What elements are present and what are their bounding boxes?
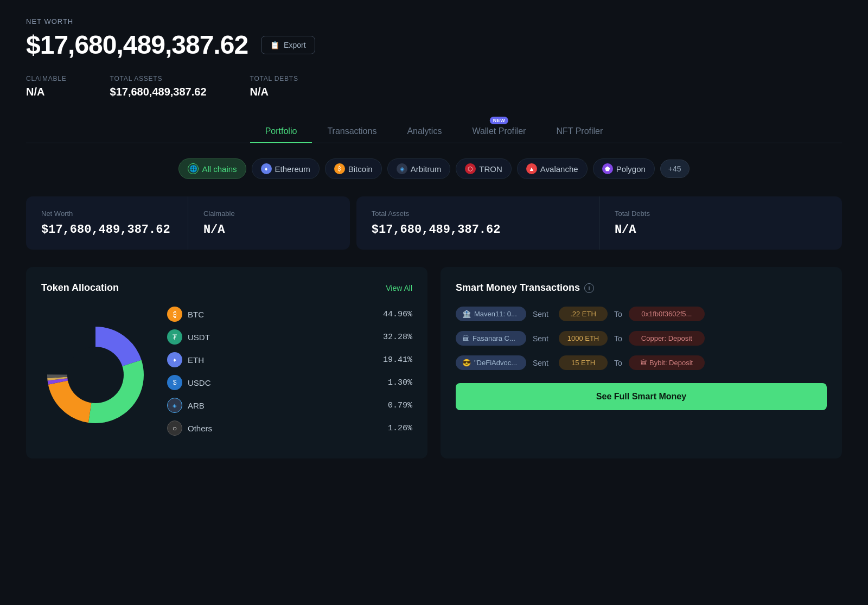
token-item-eth: ♦ ETH 19.41% [167, 352, 412, 367]
token-allocation-section: Token Allocation View All [26, 267, 427, 458]
tabs-nav: Portfolio Transactions Analytics NEW Wal… [26, 120, 842, 143]
net-worth-value: $17,680,489,387.62 [26, 30, 248, 60]
tx-amount-15eth: 15 ETH [559, 355, 608, 370]
new-badge: NEW [490, 117, 509, 124]
stats-row: CLAIMABLE N/A TOTAL ASSETS $17,680,489,3… [26, 75, 842, 98]
ethereum-icon: ♦ [261, 163, 272, 174]
token-allocation-content: ₿ BTC 44.96% ₮ USDT 32.28% ♦ ETH 19.41% [41, 307, 412, 443]
transaction-row-2: 🏛 Fasanara C... Sent 1000 ETH To Copper:… [456, 331, 827, 346]
transaction-row-1: 🏦 Maven11: 0... Sent .22 ETH To 0x1fb0f3… [456, 307, 827, 321]
token-item-btc: ₿ BTC 44.96% [167, 307, 412, 322]
usdc-icon: $ [167, 375, 182, 390]
net-worth-label: NET WORTH [26, 17, 842, 26]
smart-money-section: Smart Money Transactions i 🏦 Maven11: 0.… [441, 267, 842, 458]
tx-dest-address[interactable]: 0x1fb0f3602f5... [629, 307, 705, 321]
fasanara-avatar: 🏛 [462, 334, 469, 342]
token-item-usdc: $ USDC 1.30% [167, 375, 412, 390]
tab-portfolio[interactable]: Portfolio [250, 120, 312, 143]
tabs-section: Portfolio Transactions Analytics NEW Wal… [26, 120, 842, 143]
tx-from-maven11[interactable]: 🏦 Maven11: 0... [456, 307, 526, 321]
token-item-others: ○ Others 1.26% [167, 421, 412, 436]
tx-from-fasanara[interactable]: 🏛 Fasanara C... [456, 331, 526, 346]
smart-money-title: Smart Money Transactions i [456, 282, 827, 294]
chain-filters: 🌐 All chains ♦ Ethereum ₿ Bitcoin ◈ Arbi… [26, 158, 842, 179]
tx-dest-bybit[interactable]: 🏛 Bybit: Deposit [629, 355, 705, 370]
chain-pill-bitcoin[interactable]: ₿ Bitcoin [325, 158, 382, 179]
view-all-link[interactable]: View All [386, 284, 412, 292]
total-debts-stat: TOTAL DEBTS N/A [250, 75, 298, 98]
export-icon: 📋 [270, 41, 279, 49]
main-container: NET WORTH $17,680,489,387.62 📋 Export CL… [0, 0, 868, 476]
all-chains-icon: 🌐 [188, 163, 199, 174]
claimable-stat: CLAIMABLE N/A [26, 75, 67, 98]
defi-avatar: 😎 [462, 359, 471, 367]
summary-claimable: Claimable N/A [188, 196, 350, 250]
tron-icon: ⬡ [465, 163, 476, 174]
chain-pill-tron[interactable]: ⬡ TRON [456, 158, 512, 179]
usdt-icon: ₮ [167, 329, 182, 345]
bitcoin-icon: ₿ [334, 163, 345, 174]
token-list: ₿ BTC 44.96% ₮ USDT 32.28% ♦ ETH 19.41% [167, 307, 412, 443]
transaction-row-3: 😎 "DeFiAdvoc... Sent 15 ETH To 🏛 Bybit: … [456, 355, 827, 370]
tab-wallet-profiler[interactable]: NEW Wallet Profiler [457, 120, 541, 143]
eth-token-icon: ♦ [167, 352, 182, 367]
tab-nft-profiler[interactable]: NFT Profiler [541, 120, 618, 143]
svg-point-6 [67, 347, 124, 403]
arbitrum-icon: ◈ [397, 163, 407, 174]
tx-from-defiadvoc[interactable]: 😎 "DeFiAdvoc... [456, 355, 526, 370]
token-item-usdt: ₮ USDT 32.28% [167, 329, 412, 345]
polygon-icon: ⬟ [602, 163, 613, 174]
chain-pill-ethereum[interactable]: ♦ Ethereum [252, 158, 320, 179]
bottom-grid: Token Allocation View All [26, 267, 842, 458]
maven11-avatar: 🏦 [462, 310, 471, 318]
chain-pill-avalanche[interactable]: ▲ Avalanche [517, 158, 588, 179]
btc-icon: ₿ [167, 307, 182, 322]
chain-pill-all-chains[interactable]: 🌐 All chains [178, 158, 246, 179]
tx-dest-copper[interactable]: Copper: Deposit [629, 331, 705, 346]
tab-transactions[interactable]: Transactions [312, 120, 392, 143]
token-item-arb: ◈ ARB 0.79% [167, 398, 412, 413]
see-full-smart-money-button[interactable]: See Full Smart Money [456, 383, 827, 410]
donut-chart [41, 321, 150, 429]
arb-token-icon: ◈ [167, 398, 182, 413]
total-assets-stat: TOTAL ASSETS $17,680,489,387.62 [110, 75, 207, 98]
export-button[interactable]: 📋 Export [261, 36, 315, 54]
info-icon: i [584, 283, 594, 293]
summary-net-worth: Net Worth $17,680,489,387.62 [26, 196, 188, 250]
others-icon: ○ [167, 421, 182, 436]
tx-amount-022eth: .22 ETH [559, 307, 608, 321]
chain-pill-polygon[interactable]: ⬟ Polygon [593, 158, 655, 179]
chain-more-button[interactable]: +45 [660, 160, 690, 178]
summary-total-debts: Total Debts N/A [599, 196, 842, 250]
tab-analytics[interactable]: Analytics [392, 120, 457, 143]
tx-amount-1000eth: 1000 ETH [559, 331, 608, 346]
token-allocation-header: Token Allocation View All [41, 282, 412, 294]
avalanche-icon: ▲ [526, 163, 537, 174]
summary-total-assets: Total Assets $17,680,489,387.62 [356, 196, 599, 250]
chain-pill-arbitrum[interactable]: ◈ Arbitrum [387, 158, 451, 179]
